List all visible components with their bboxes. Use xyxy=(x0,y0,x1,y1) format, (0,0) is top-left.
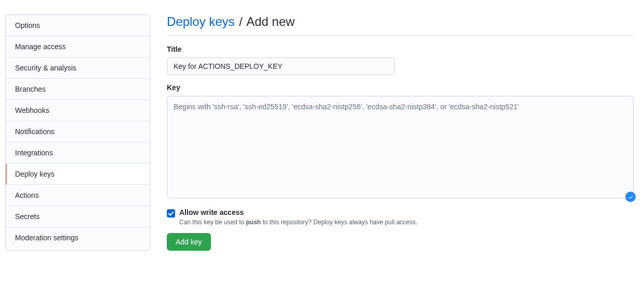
grammarly-check-icon xyxy=(625,192,636,202)
sidebar-item-label: Webhooks xyxy=(15,106,49,114)
add-key-button[interactable]: Add key xyxy=(167,233,211,251)
sidebar-item-notifications[interactable]: Notifications xyxy=(6,121,150,142)
key-form-group: Key xyxy=(167,83,634,200)
sidebar-item-manage-access[interactable]: Manage access xyxy=(6,36,150,57)
sidebar-item-deploy-keys[interactable]: Deploy keys xyxy=(6,164,150,185)
sidebar-item-label: Actions xyxy=(15,191,39,199)
allow-write-label: Allow write access xyxy=(179,208,634,216)
allow-write-desc-suffix: to this repository? Deploy keys always h… xyxy=(261,219,417,226)
allow-write-content: Allow write access Can this key be used … xyxy=(179,208,634,226)
breadcrumb-link-deploy-keys[interactable]: Deploy keys xyxy=(167,15,235,28)
key-label: Key xyxy=(167,83,634,92)
settings-sidebar: Options Manage access Security & analysi… xyxy=(5,15,150,251)
allow-write-desc-prefix: Can this key be used to xyxy=(179,219,246,226)
sidebar-item-actions[interactable]: Actions xyxy=(6,185,150,206)
title-form-group: Title xyxy=(167,45,634,75)
sidebar-item-secrets[interactable]: Secrets xyxy=(6,206,150,227)
allow-write-row: Allow write access Can this key be used … xyxy=(167,208,634,226)
key-textarea[interactable] xyxy=(167,96,634,198)
checkmark-icon xyxy=(628,194,634,200)
sidebar-item-integrations[interactable]: Integrations xyxy=(6,142,150,164)
sidebar-item-options[interactable]: Options xyxy=(6,15,150,36)
sidebar-item-webhooks[interactable]: Webhooks xyxy=(6,100,150,121)
sidebar-item-label: Notifications xyxy=(15,127,54,136)
sidebar-item-branches[interactable]: Branches xyxy=(6,79,150,100)
key-textarea-wrapper xyxy=(167,96,634,200)
sidebar-item-label: Secrets xyxy=(15,212,39,221)
main-content: Deploy keys / Add new Title Key Allow wr… xyxy=(167,15,639,251)
page-header: Deploy keys / Add new xyxy=(167,15,634,36)
sidebar-item-label: Moderation settings xyxy=(15,234,78,242)
sidebar-item-label: Integrations xyxy=(15,149,53,157)
breadcrumb-current: Add new xyxy=(246,15,294,28)
breadcrumb-separator: / xyxy=(239,15,242,28)
allow-write-checkbox[interactable] xyxy=(167,209,175,218)
sidebar-item-label: Security & analysis xyxy=(15,64,76,72)
sidebar-item-moderation-settings[interactable]: Moderation settings xyxy=(6,227,150,248)
sidebar-item-label: Manage access xyxy=(15,42,66,51)
sidebar-item-security-analysis[interactable]: Security & analysis xyxy=(6,57,150,79)
sidebar-item-label: Options xyxy=(15,21,40,30)
sidebar-item-label: Branches xyxy=(15,85,46,93)
allow-write-desc-bold: push xyxy=(246,219,261,226)
sidebar-item-label: Deploy keys xyxy=(15,170,54,178)
title-label: Title xyxy=(167,45,634,53)
allow-write-description: Can this key be used to push to this rep… xyxy=(179,219,634,226)
title-input[interactable] xyxy=(167,57,395,75)
